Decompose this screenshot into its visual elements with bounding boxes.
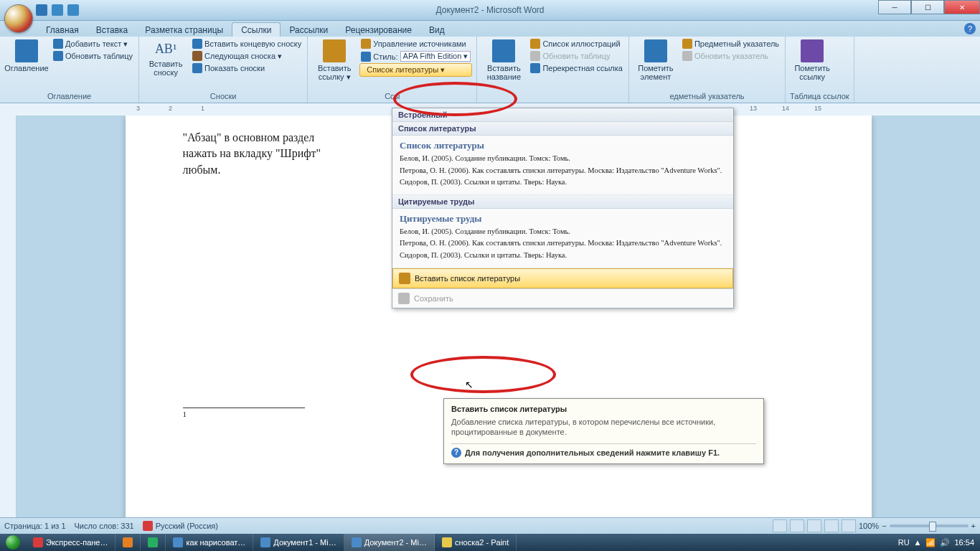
mark-cit-icon [801, 39, 824, 62]
toc-button[interactable]: Оглавление [4, 38, 49, 74]
insert-footnote-button[interactable]: AB¹Вставить сноску [143, 38, 188, 78]
tooltip-f1: ?Для получения дополнительных сведений н… [451, 443, 756, 458]
word-count[interactable]: Число слов: 331 [75, 522, 134, 530]
group-label: Сноски [143, 91, 303, 101]
mark-entry-button[interactable]: Пометить элемент [633, 38, 678, 83]
save-selection-cmd: Сохранить [392, 288, 733, 308]
taskbar-item-0[interactable]: Экспресс-пане… [26, 534, 116, 551]
index-icon [682, 39, 692, 49]
vertical-ruler[interactable] [0, 116, 17, 518]
view-outline[interactable] [824, 519, 839, 532]
insert-index-button[interactable]: Предметный указатель [681, 38, 781, 50]
tray-clock[interactable]: 16:54 [954, 538, 974, 547]
tab-view[interactable]: Вид [420, 23, 453, 37]
update-idx-icon [682, 51, 692, 61]
next-icon [192, 51, 202, 61]
insert-bib-icon [399, 273, 410, 284]
mark-citation-button[interactable]: Пометить ссылку [790, 38, 834, 83]
crossref-icon [530, 63, 540, 73]
insert-caption-button[interactable]: Вставить название [481, 38, 526, 83]
group-label: Оглавление [4, 91, 134, 101]
taskbar-item-2[interactable]: Документ1 - Mi… [253, 534, 344, 551]
save-icon[interactable] [36, 4, 47, 16]
endnote-icon [192, 39, 202, 49]
tooltip-title: Вставить список литературы [451, 405, 756, 413]
tab-home[interactable]: Главная [37, 23, 88, 37]
show-notes-button[interactable]: Показать сноски [191, 62, 303, 74]
tray-lang[interactable]: RU [898, 538, 910, 547]
insert-citation-button[interactable]: Вставить ссылку ▾ [312, 38, 357, 83]
manage-sources-button[interactable]: Управление источниками [359, 38, 472, 50]
word-icon [260, 537, 270, 547]
redo-icon[interactable] [67, 4, 79, 16]
view-full-screen[interactable] [790, 519, 804, 532]
taskbar-item-3[interactable]: Документ2 - Mi… [344, 534, 435, 551]
taskbar-pin-2[interactable] [141, 534, 166, 551]
tab-references[interactable]: Ссылки [232, 22, 281, 37]
opera-icon [33, 537, 43, 547]
group-captions: Вставить название Список иллюстраций Обн… [477, 37, 629, 103]
zoom-out[interactable]: − [882, 522, 886, 530]
footnote-icon: AB¹ [152, 39, 179, 60]
next-footnote-button[interactable]: Следующая сноска ▾ [191, 50, 303, 62]
utorrent-icon [148, 537, 158, 547]
table-figures-button[interactable]: Список иллюстраций [529, 38, 624, 50]
zoom-thumb[interactable] [929, 522, 936, 532]
group-footnotes: AB¹Вставить сноску Вставить концевую сно… [139, 37, 308, 103]
gallery-section-builtin: Встроенный [392, 108, 733, 122]
language-status[interactable]: Русский (Россия) [143, 521, 218, 531]
zoom-in[interactable]: + [971, 522, 976, 530]
group-index: Пометить элемент Предметный указатель Об… [629, 37, 786, 103]
taskbar-item-4[interactable]: сноска2 - Paint [435, 534, 517, 551]
taskbar-item-1[interactable]: как нарисоват… [166, 534, 253, 551]
ribbon-tabs: Главная Вставка Разметка страницы Ссылки… [0, 21, 980, 37]
gallery-item-bibliography[interactable]: Список литературы Белов, И. (2005). Созд… [392, 136, 733, 195]
bibliography-gallery: Встроенный Список литературы Список лите… [392, 108, 734, 309]
taskbar-pin-1[interactable] [116, 534, 141, 551]
insert-endnote-button[interactable]: Вставить концевую сноску [191, 38, 303, 50]
group-label [481, 100, 624, 101]
help-icon[interactable]: ? [964, 23, 976, 34]
tab-layout[interactable]: Разметка страницы [136, 23, 232, 37]
tab-insert[interactable]: Вставка [88, 23, 137, 37]
bibliography-button[interactable]: Список литературы ▾ [359, 63, 472, 77]
update-table-button[interactable]: Обновить таблицу [52, 50, 134, 62]
update-figures-button: Обновить таблицу [529, 50, 624, 62]
zoom-slider[interactable] [890, 524, 969, 527]
toc-icon [15, 39, 38, 62]
style-select[interactable]: Стиль: APA Fifth Edition ▾ [359, 50, 472, 62]
view-draft[interactable] [842, 519, 856, 532]
system-tray: RU ▲ 📶 🔊 16:54 [892, 538, 980, 547]
tab-mailings[interactable]: Рассылки [281, 23, 336, 37]
maximize-button[interactable]: ☐ [911, 0, 944, 14]
add-text-button[interactable]: Добавить текст ▾ [52, 38, 134, 50]
cursor-icon: ↖ [465, 379, 473, 390]
tray-volume-icon[interactable]: 🔊 [940, 538, 950, 547]
start-button[interactable] [0, 534, 26, 551]
taskbar: Экспресс-пане… как нарисоват… Документ1 … [0, 534, 980, 551]
minimize-button[interactable]: ─ [878, 0, 911, 14]
gallery-item-works-cited[interactable]: Цитируемые труды Белов, И. (2005). Созда… [392, 209, 733, 268]
toc-label: Оглавление [4, 64, 48, 72]
tray-flag-icon[interactable]: ▲ [914, 538, 922, 547]
caption-icon [492, 39, 515, 62]
cross-ref-button[interactable]: Перекрестная ссылка [529, 62, 624, 74]
close-button[interactable]: ✕ [944, 0, 980, 14]
window-controls: ─ ☐ ✕ [878, 0, 980, 14]
word-icon [352, 537, 362, 547]
view-print-layout[interactable] [773, 519, 787, 532]
view-web-layout[interactable] [807, 519, 821, 532]
start-orb-icon [6, 535, 20, 550]
sources-icon [361, 39, 371, 49]
undo-icon[interactable] [52, 4, 63, 16]
add-text-icon [53, 39, 63, 49]
insert-bibliography-cmd[interactable]: Вставить список литературы [392, 268, 733, 288]
zoom-value[interactable]: 100% [859, 522, 879, 530]
tray-network-icon[interactable]: 📶 [925, 538, 936, 547]
tab-review[interactable]: Рецензирование [336, 23, 420, 37]
group-authorities: Пометить ссылку Таблица ссылок [786, 37, 854, 103]
group-label: Ссы [312, 91, 472, 101]
office-button[interactable] [4, 4, 33, 33]
page-status[interactable]: Страница: 1 из 1 [4, 522, 66, 530]
paint-icon [442, 537, 452, 547]
